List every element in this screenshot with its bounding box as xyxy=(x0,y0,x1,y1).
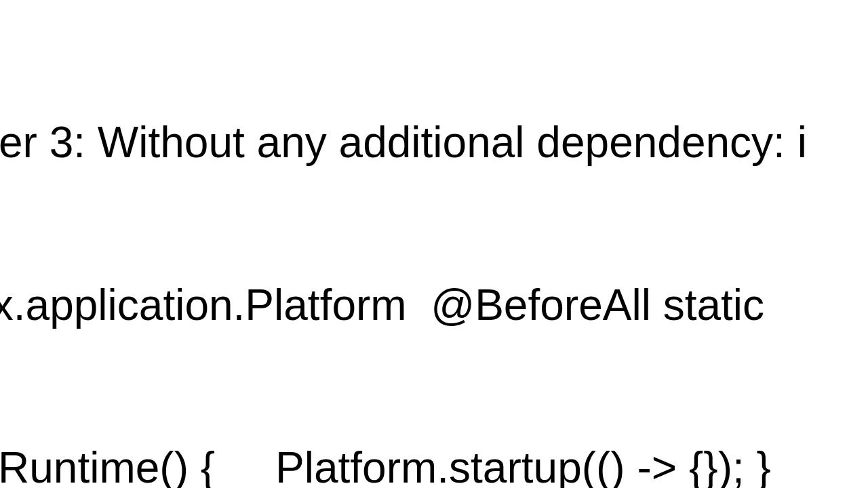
text-line-1: er 3: Without any additional dependency:… xyxy=(0,115,807,169)
document-text: er 3: Without any additional dependency:… xyxy=(0,7,807,488)
text-line-3: xRuntime() { Platform.startup(() -> {});… xyxy=(0,441,807,488)
text-line-2: fx.application.Platform @BeforeAll stati… xyxy=(0,278,807,332)
